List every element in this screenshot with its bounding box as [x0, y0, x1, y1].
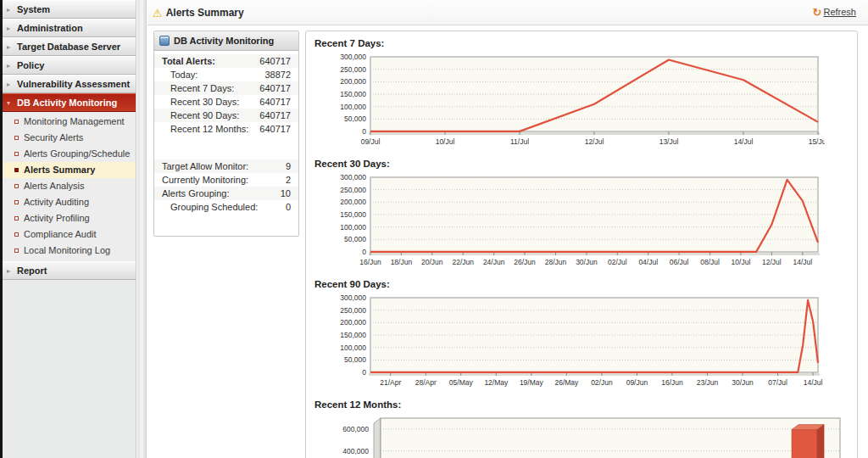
chart-title: Recent 12 Months: [314, 399, 850, 410]
svg-text:19/May: 19/May [520, 378, 544, 387]
stat-value: 640717 [259, 55, 291, 67]
stat-value: 640717 [259, 109, 291, 121]
svg-text:12/May: 12/May [484, 378, 509, 387]
svg-text:13/Jul: 13/Jul [659, 137, 679, 146]
svg-text:10/Jul: 10/Jul [732, 258, 751, 266]
stat-label: Recent 90 Days: [162, 109, 239, 121]
db-activity-summary-panel: DB Activity Monitoring Total Alerts:6407… [153, 31, 299, 237]
svg-text:0: 0 [362, 248, 366, 256]
stat-value: 10 [281, 187, 291, 199]
sidebar-item-label: Administration [17, 23, 83, 33]
sidebar-item-label: Vulnerability Assessment [17, 79, 130, 89]
chart-section-recent-7-days: Recent 7 Days:050,000100,000150,000200,0… [313, 38, 850, 155]
stat-value: 0 [286, 201, 291, 213]
chart-plot-recent-90-days: 050,000100,000150,000200,000250,000300,0… [316, 291, 825, 396]
svg-text:14/Jul: 14/Jul [734, 137, 754, 146]
sidebar-subitem-activity-auditing[interactable]: Activity Auditing [3, 194, 136, 210]
stat-row-recent-7-days: Recent 7 Days:640717 [154, 81, 298, 95]
sidebar-subitem-security-alerts[interactable]: Security Alerts [3, 130, 136, 146]
sidebar-item-report[interactable]: ▸Report [3, 261, 136, 280]
stat-label: Recent 12 Months: [162, 123, 248, 135]
sidebar-item-label: System [17, 4, 50, 14]
stat-row-currently-monitoring: Currently Monitoring:2 [154, 173, 298, 187]
database-monitor-icon [159, 36, 170, 46]
svg-text:02/Jul: 02/Jul [608, 258, 627, 266]
sidebar-subitem-compliance-audit[interactable]: Compliance Audit [3, 226, 136, 243]
warning-icon: ⚠ [153, 7, 163, 20]
svg-text:12/Jul: 12/Jul [585, 137, 604, 146]
bullet-square-icon [14, 232, 19, 237]
svg-text:24/Jun: 24/Jun [483, 258, 505, 266]
svg-text:300,000: 300,000 [340, 173, 366, 182]
sidebar-subitem-label: Monitoring Management [24, 116, 125, 126]
svg-text:22/Jun: 22/Jun [452, 258, 474, 266]
svg-text:100,000: 100,000 [340, 344, 366, 352]
sidebar-item-administration[interactable]: ▸Administration [3, 19, 136, 37]
sidebar-item-policy[interactable]: ▸Policy [3, 56, 136, 75]
sidebar-item-target-database-server[interactable]: ▸Target Database Server [3, 37, 136, 56]
stat-row-recent-90-days: Recent 90 Days:640717 [154, 109, 298, 122]
chart-plot-recent-30-days: 050,000100,000150,000200,000250,000300,0… [316, 170, 825, 276]
svg-text:28/Apr: 28/Apr [415, 378, 437, 387]
svg-text:20/Jun: 20/Jun [421, 258, 443, 266]
sidebar-item-label: Target Database Server [17, 42, 120, 52]
svg-text:09/Jul: 09/Jul [361, 137, 381, 146]
refresh-button[interactable]: ↻Refresh [813, 6, 856, 19]
svg-text:250,000: 250,000 [340, 186, 366, 194]
svg-text:16/Jun: 16/Jun [661, 378, 683, 387]
alert-counts-group: Total Alerts:640717Today:38872Recent 7 D… [154, 51, 298, 137]
sidebar-subitem-label: Activity Profiling [24, 213, 90, 223]
stats-panel-header: DB Activity Monitoring [154, 31, 298, 51]
sidebar-splitter[interactable] [137, 0, 147, 458]
svg-text:0: 0 [362, 127, 366, 136]
stat-label: Recent 30 Days: [162, 96, 239, 108]
svg-text:30/Jun: 30/Jun [732, 378, 754, 387]
stats-bottom-padding [154, 215, 298, 236]
sidebar-subitem-alerts-grouping-schedule[interactable]: Alerts Grouping/Schedule [3, 146, 136, 162]
main-content: ⚠Alerts Summary ↻Refresh DB Activity Mon… [147, 0, 868, 458]
stat-label: Today: [162, 69, 198, 81]
stat-label: Currently Monitoring: [162, 174, 248, 186]
sidebar-subitem-alerts-analysis[interactable]: Alerts Analysis [3, 178, 136, 194]
sidebar-subitem-alerts-summary[interactable]: Alerts Summary [3, 162, 136, 178]
sidebar-subitem-label: Compliance Audit [24, 229, 97, 239]
chart-section-recent-12-months: Recent 12 Months:0200,000400,000600,000 [313, 399, 850, 458]
svg-text:16/Jun: 16/Jun [359, 258, 381, 266]
chart-plot-recent-12-months: 0200,000400,000600,000 [316, 411, 859, 458]
app-window: ▸System▸Administration▸Target Database S… [0, 0, 868, 458]
bullet-square-icon [14, 216, 19, 221]
svg-text:200,000: 200,000 [340, 77, 366, 86]
chart-title: Recent 30 Days: [314, 159, 850, 169]
bullet-square-icon [14, 136, 19, 140]
sidebar-subitem-label: Alerts Analysis [24, 181, 85, 191]
svg-text:50,000: 50,000 [344, 114, 366, 123]
refresh-icon: ↻ [813, 6, 822, 19]
svg-text:07/Jul: 07/Jul [768, 378, 787, 387]
svg-text:0: 0 [362, 368, 366, 377]
sidebar-item-db-activity-monitoring[interactable]: ▾DB Activity Monitoring [3, 93, 136, 112]
sidebar-subitem-activity-profiling[interactable]: Activity Profiling [3, 210, 136, 226]
svg-text:06/Jul: 06/Jul [670, 258, 689, 266]
sidebar-subitem-monitoring-management[interactable]: Monitoring Management [3, 114, 136, 130]
stat-value: 38872 [264, 69, 291, 81]
page-title-text: Alerts Summary [166, 7, 244, 19]
chart-section-recent-30-days: Recent 30 Days:050,000100,000150,000200,… [313, 159, 850, 276]
svg-text:26/May: 26/May [554, 378, 579, 387]
chevron-right-icon: ▸ [7, 20, 10, 37]
chart-title: Recent 90 Days: [314, 279, 850, 289]
chevron-right-icon: ▸ [7, 57, 10, 75]
svg-text:600,000: 600,000 [342, 425, 369, 433]
sidebar-item-vulnerability-assessment[interactable]: ▸Vulnerability Assessment [3, 75, 136, 93]
chevron-down-icon: ▾ [7, 94, 10, 112]
svg-text:150,000: 150,000 [340, 331, 366, 339]
stat-row-today: Today:38872 [154, 68, 298, 81]
svg-text:14/Jul: 14/Jul [804, 378, 823, 387]
stat-label: Target Allow Monitor: [162, 160, 248, 172]
sidebar-subitem-local-monitoring-log[interactable]: Local Monitoring Log [3, 243, 136, 259]
page-title: ⚠Alerts Summary [153, 7, 244, 20]
sidebar-item-system[interactable]: ▸System [3, 0, 136, 19]
chevron-right-icon: ▸ [7, 1, 10, 19]
svg-text:26/Jun: 26/Jun [514, 258, 536, 266]
stats-group-gap [154, 137, 298, 156]
bullet-square-icon [14, 249, 19, 253]
